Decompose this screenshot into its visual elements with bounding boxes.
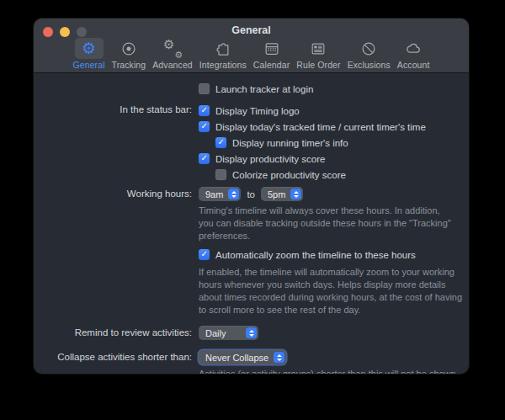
stepper-icon [290,189,301,199]
toolbar-tabs: ⚙ General Tracking ⚙⚙ Advanced Integrati… [34,38,469,70]
tab-advanced[interactable]: ⚙⚙ Advanced [152,38,193,70]
checkbox-box[interactable] [215,169,226,180]
collapse-select[interactable]: Never Collapse [199,350,286,364]
list-icon [310,40,327,57]
checkbox-autozoom-timeline[interactable]: Automatically zoom the timeline to these… [199,247,469,263]
checkbox-display-running-timer-info[interactable]: Display running timer's info [215,135,426,151]
checkbox-display-productivity-score[interactable]: Display productivity score [199,151,426,167]
checkbox-box[interactable] [199,121,210,132]
checkbox-label: Display Timing logo [215,106,300,116]
window-title: General [34,19,469,36]
tab-calendar[interactable]: Calendar [253,38,290,70]
remind-label: Remind to review activities: [34,326,192,338]
checkbox-label: Automatically zoom the timeline to these… [215,250,416,260]
tab-general[interactable]: ⚙ General [73,38,105,70]
select-value: 5pm [268,189,285,199]
zoom-button [77,27,87,37]
select-value: Daily [205,328,241,338]
checkbox-box[interactable] [215,137,226,148]
checkbox-launch-tracker-at-login[interactable]: Launch tracker at login [199,81,313,97]
collapse-label: Collapse activities shorter than: [34,350,192,362]
tab-exclusions[interactable]: Exclusions [348,38,391,70]
checkbox-display-tracked-time[interactable]: Display today's tracked time / current t… [199,119,426,135]
to-text: to [247,189,255,199]
checkbox-label: Display today's tracked time / current t… [215,122,426,132]
window-header: General ⚙ General Tracking ⚙⚙ Advanced I… [34,19,469,73]
preferences-content: Launch tracker at login In the status ba… [34,73,469,374]
checkbox-label: Launch tracker at login [215,84,313,94]
collapse-help-text: Activities (or activity groups) shorter … [199,368,461,374]
calendar-icon [263,40,280,57]
checkbox-label: Display running timer's info [232,138,348,148]
checkbox-colorize-productivity-score[interactable]: Colorize productivity score [215,167,426,183]
gear-icon: ⚙ [82,40,96,56]
status-bar-group-label: In the status bar: [34,103,192,114]
minimize-button[interactable] [60,27,70,37]
checkbox-box[interactable] [199,153,210,164]
tab-integrations[interactable]: Integrations [199,38,247,70]
preferences-window: General ⚙ General Tracking ⚙⚙ Advanced I… [34,19,469,374]
working-hours-to-select[interactable]: 5pm [261,187,303,201]
prohibition-icon [360,40,377,57]
checkbox-label: Display productivity score [215,154,325,164]
gears-icon: ⚙⚙ [163,40,182,57]
tab-account[interactable]: Account [397,38,430,70]
working-hours-from-select[interactable]: 9am [199,187,241,201]
puzzle-icon [215,40,231,57]
select-value: Never Collapse [205,353,268,363]
stepper-icon [274,352,284,363]
tab-rule-order[interactable]: Rule Order [296,38,340,70]
cloud-icon [405,40,423,57]
eye-icon [120,40,137,57]
remind-select[interactable]: Daily [199,326,258,340]
stepper-icon [228,189,239,199]
checkbox-display-timing-logo[interactable]: Display Timing logo [199,103,426,119]
checkbox-box[interactable] [199,83,210,94]
checkbox-box[interactable] [199,105,210,116]
checkbox-label: Colorize productivity score [232,170,346,180]
autozoom-help-text: If enabled, the timeline will automatica… [199,266,469,316]
working-hours-help-text: Timing's timeline will always cover thes… [199,205,455,242]
close-button[interactable] [43,27,53,37]
traffic-lights [43,27,87,37]
tab-tracking[interactable]: Tracking [112,38,146,70]
select-value: 9am [205,189,223,199]
working-hours-label: Working hours: [34,187,192,199]
checkbox-box[interactable] [199,249,210,260]
stepper-icon [246,327,257,338]
